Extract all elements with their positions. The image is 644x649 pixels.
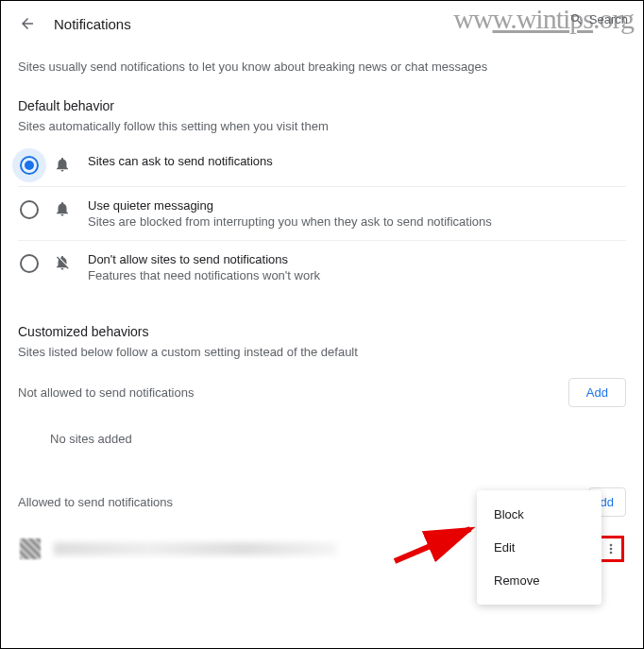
radio-label: Sites can ask to send notifications	[88, 154, 624, 168]
custom-behaviors-title: Customized behaviors	[18, 324, 626, 339]
menu-item-remove[interactable]: Remove	[477, 564, 602, 597]
menu-item-edit[interactable]: Edit	[477, 531, 602, 564]
radio-button-selected[interactable]	[20, 156, 39, 175]
radio-sublabel: Features that need notifications won't w…	[88, 268, 624, 282]
radio-sublabel: Sites are blocked from interrupting you …	[88, 214, 624, 229]
radio-option-block[interactable]: Don't allow sites to send notifications …	[18, 241, 626, 294]
site-url-blurred	[54, 542, 337, 555]
more-actions-button[interactable]	[598, 536, 624, 562]
radio-button[interactable]	[20, 200, 39, 219]
custom-behaviors-desc: Sites listed below follow a custom setti…	[18, 345, 626, 359]
default-behavior-desc: Sites automatically follow this setting …	[18, 119, 626, 133]
more-vert-icon	[603, 541, 619, 556]
back-button[interactable]	[18, 14, 37, 33]
add-blocked-button[interactable]: Add	[568, 378, 626, 407]
bell-icon	[54, 200, 73, 217]
intro-text: Sites usually send notifications to let …	[18, 60, 626, 74]
menu-item-block[interactable]: Block	[477, 498, 602, 531]
search-placeholder: Search	[589, 12, 628, 26]
default-behavior-title: Default behavior	[18, 98, 626, 113]
search-settings[interactable]: Search	[569, 12, 628, 26]
blocked-list-header: Not allowed to send notifications Add	[18, 378, 626, 407]
bell-icon	[54, 156, 73, 173]
page-title: Notifications	[54, 16, 131, 32]
context-menu: Block Edit Remove	[477, 490, 602, 605]
radio-button[interactable]	[20, 254, 39, 273]
page-header: Notifications Search	[1, 1, 643, 43]
site-favicon	[20, 538, 41, 559]
allowed-list-title: Allowed to send notifications	[18, 495, 173, 509]
bell-off-icon	[54, 254, 73, 271]
blocked-empty-message: No sites added	[18, 417, 626, 453]
radio-option-quieter[interactable]: Use quieter messaging Sites are blocked …	[18, 187, 626, 241]
search-icon	[569, 12, 584, 26]
arrow-back-icon	[19, 15, 36, 32]
radio-label: Don't allow sites to send notifications	[88, 252, 624, 266]
radio-label: Use quieter messaging	[88, 198, 624, 213]
radio-option-ask[interactable]: Sites can ask to send notifications	[18, 143, 626, 187]
blocked-list-title: Not allowed to send notifications	[18, 385, 194, 400]
